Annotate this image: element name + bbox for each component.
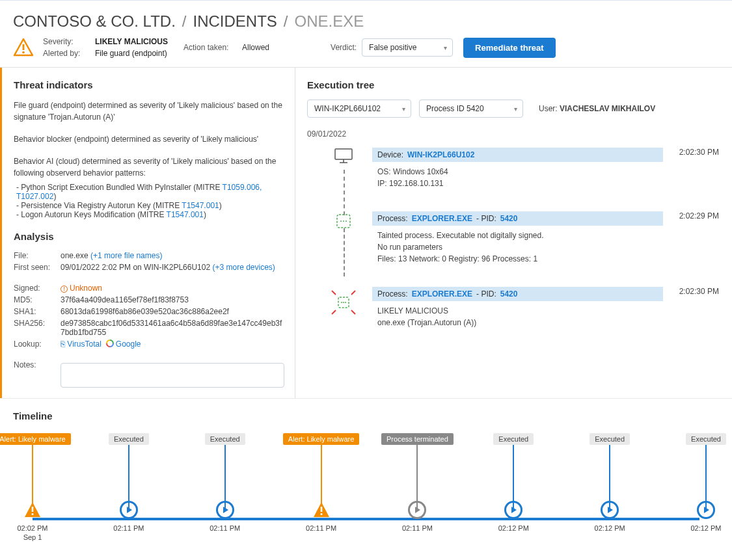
svg-point-11 <box>343 220 344 222</box>
svg-rect-21 <box>32 507 34 512</box>
breadcrumb-section[interactable]: INCIDENTS <box>193 12 277 31</box>
md5-value: 37f6a4a409dea1165ef78ef1f83f8753 <box>61 295 284 304</box>
severity-label: Severity: <box>43 37 88 46</box>
mitre-item: Logon Autorun Keys Modification (MITRE T… <box>16 210 284 219</box>
mitre-item: Persistence Via Registry Autorun Key (MI… <box>16 201 284 210</box>
ti-para-2: Behavior blocker (endpoint) determined a… <box>14 133 284 145</box>
timeline-tag: Process terminated <box>381 433 454 445</box>
tree-date: 09/01/2022 <box>307 129 719 139</box>
svg-point-22 <box>31 513 33 515</box>
timeline-time: 02:12 PM <box>664 524 732 532</box>
timeline-time: 02:02 PM <box>0 524 75 532</box>
play-circle-icon <box>216 501 234 519</box>
svg-point-19 <box>343 302 344 303</box>
file-more-link[interactable]: (+1 more file names) <box>90 251 162 260</box>
threat-indicators-heading: Threat indicators <box>14 79 284 90</box>
notes-label: Notes: <box>14 360 61 388</box>
analysis-heading: Analysis <box>14 231 284 242</box>
timeline-tag: Alert: Likely malware <box>0 433 71 445</box>
timeline-tag: Executed <box>109 433 149 445</box>
pid-select[interactable]: Process ID 5420 ▾ <box>419 100 523 118</box>
svg-point-10 <box>340 220 342 222</box>
ti-para-1: File guard (endpoint) determined as seve… <box>14 100 284 123</box>
execution-tree-heading: Execution tree <box>307 79 719 90</box>
ti-para-3: Behavior AI (cloud) determined as severi… <box>14 155 284 179</box>
svg-line-13 <box>332 291 336 295</box>
timeline-item[interactable]: Executed02:12 PM <box>471 433 556 532</box>
chevron-down-icon: ▾ <box>514 105 517 113</box>
google-icon <box>106 340 116 349</box>
tree-node-device[interactable]: Device: WIN-IK2PL66U102 OS: Windows 10x6… <box>372 148 719 193</box>
timeline-item[interactable]: Executed02:11 PM <box>183 433 267 532</box>
svg-point-1 <box>22 51 25 54</box>
svg-rect-0 <box>23 44 25 50</box>
file-label: File: <box>14 251 61 260</box>
play-circle-icon <box>504 501 522 519</box>
chevron-down-icon: ▾ <box>444 44 447 51</box>
svg-rect-23 <box>320 507 322 512</box>
user-label: User: VIACHESLAV MIKHAILOV <box>539 104 655 113</box>
lookup-label: Lookup: <box>14 340 61 349</box>
mitre-link[interactable]: T1547.001 <box>167 210 204 219</box>
timeline-time: 02:11 PM <box>87 524 171 532</box>
timeline-heading: Timeline <box>13 410 719 421</box>
process-target-icon <box>328 287 359 318</box>
node-time: 2:02:29 PM <box>672 211 719 269</box>
svg-point-18 <box>341 302 342 303</box>
timeline-time: 02:11 PM <box>279 524 364 532</box>
signed-value: !Unknown <box>61 284 284 293</box>
breadcrumb: CONTOSO & CO. LTD. / INCIDENTS / ONE.EXE <box>0 0 732 33</box>
sha256-value: de973858cabc1f06d5331461aa6c4b58a6d89fae… <box>61 319 284 337</box>
tree-node-process[interactable]: Process: EXPLORER.EXE - PID: 5420 Tainte… <box>372 211 719 269</box>
timeline-tag: Executed <box>590 433 630 445</box>
breadcrumb-org[interactable]: CONTOSO & CO. LTD. <box>13 12 176 31</box>
warning-triangle-icon <box>13 37 34 58</box>
timeline-item[interactable]: Process terminated02:11 PM <box>375 433 459 532</box>
google-link[interactable]: Google <box>106 340 141 349</box>
monitor-icon <box>334 148 353 165</box>
severity-value: LIKELY MALICIOUS <box>95 37 168 46</box>
timeline-tag: Executed <box>205 433 245 445</box>
warning-circle-icon: ! <box>61 286 68 293</box>
svg-line-16 <box>351 310 355 314</box>
action-taken-value: Allowed <box>242 43 269 52</box>
timeline-item[interactable]: Executed02:12 PM <box>567 433 652 532</box>
svg-line-14 <box>351 291 355 295</box>
timeline-tag: Alert: Likely malware <box>283 433 359 445</box>
timeline-item[interactable]: Executed02:12 PM <box>664 433 732 532</box>
notes-input[interactable] <box>61 363 284 388</box>
alert-triangle-icon <box>312 501 331 519</box>
sha1-value: 68013da61998f6ab86e039e520ac36c886a2ee2f <box>61 307 284 316</box>
timeline-time: 02:12 PM <box>567 524 652 532</box>
timeline-tag: Executed <box>686 433 726 445</box>
tree-node-process-selected[interactable]: Process: EXPLORER.EXE - PID: 5420 LIKELY… <box>372 287 719 332</box>
timeline-item[interactable]: Alert: Likely malware02:11 PM <box>279 433 364 532</box>
svg-line-15 <box>332 310 336 314</box>
timeline-item[interactable]: Alert: Likely malware02:02 PMSep 1 <box>0 433 75 541</box>
verdict-select[interactable]: False positive ▾ <box>362 38 453 57</box>
chevron-down-icon: ▾ <box>402 105 405 113</box>
play-circle-icon <box>120 501 138 519</box>
first-seen-more-link[interactable]: (+3 more devices) <box>213 263 275 272</box>
signed-label: Signed: <box>14 284 61 293</box>
virustotal-link[interactable]: ⎘ VirusTotal <box>61 340 102 349</box>
play-circle-icon <box>408 501 426 519</box>
timeline-date: Sep 1 <box>0 533 75 541</box>
remediate-threat-button[interactable]: Remediate threat <box>463 38 555 58</box>
svg-point-24 <box>320 513 322 515</box>
file-value: one.exe <box>61 251 88 260</box>
sha1-label: SHA1: <box>14 307 61 316</box>
host-select[interactable]: WIN-IK2PL66U102 ▾ <box>307 100 411 118</box>
timeline-tag: Executed <box>493 433 534 445</box>
first-seen-label: First seen: <box>14 263 61 272</box>
timeline-time: 02:11 PM <box>375 524 459 532</box>
mitre-item: Python Script Execution Bundled With PyI… <box>16 183 284 201</box>
alerted-by-label: Alerted by: <box>43 49 88 58</box>
svg-rect-6 <box>335 149 352 159</box>
mitre-link[interactable]: T1547.001 <box>182 201 219 210</box>
svg-point-12 <box>346 220 347 222</box>
incident-header: Severity: LIKELY MALICIOUS Alerted by: F… <box>0 33 732 68</box>
timeline-item[interactable]: Executed02:11 PM <box>87 433 171 532</box>
timeline-time: 02:12 PM <box>471 524 556 532</box>
alerted-by-value: File guard (endpoint) <box>95 49 167 58</box>
